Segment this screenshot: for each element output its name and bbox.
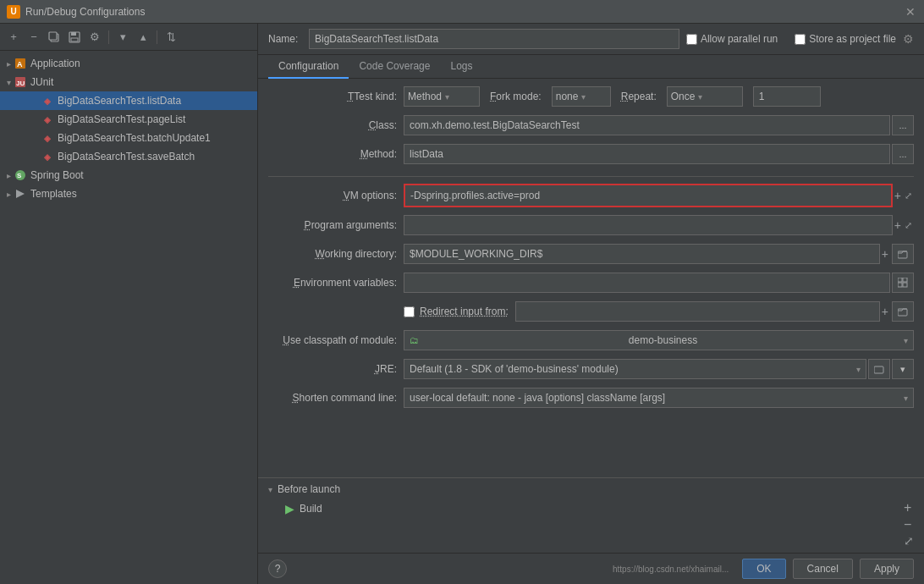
method-icon-savebatch: ◈ xyxy=(41,150,54,163)
repeat-arrow: ▾ xyxy=(698,92,702,102)
tree-item-savebatch[interactable]: ◈ BigDataSearchTest.saveBatch xyxy=(0,147,257,166)
redirect-add-button[interactable]: + xyxy=(880,305,890,318)
tree-item-springboot[interactable]: ▸ S Spring Boot xyxy=(0,166,257,185)
close-button[interactable]: ✕ xyxy=(904,5,917,19)
repeat-select[interactable]: Once ▾ xyxy=(667,86,743,107)
ok-button[interactable]: OK xyxy=(742,559,785,579)
vm-options-add-button[interactable]: + xyxy=(893,189,903,202)
classpath-module-icon: 🗂 xyxy=(410,335,419,345)
before-launch-expand-button[interactable]: ⤢ xyxy=(904,534,914,548)
method-row: Method: ... xyxy=(268,143,914,165)
class-input[interactable] xyxy=(404,115,890,135)
before-launch-content: ▶ Build + − ⤢ xyxy=(268,500,914,548)
method-input[interactable] xyxy=(404,144,890,164)
svg-text:A: A xyxy=(17,60,23,69)
vm-options-container xyxy=(404,184,893,207)
program-args-add-button[interactable]: + xyxy=(893,218,903,232)
program-args-input[interactable] xyxy=(404,215,893,235)
store-project-checkbox[interactable] xyxy=(795,34,806,45)
tab-logs[interactable]: Logs xyxy=(440,55,482,79)
tab-configuration[interactable]: Configuration xyxy=(268,55,349,79)
help-button[interactable]: ? xyxy=(268,559,287,578)
redirect-input-file[interactable] xyxy=(515,301,880,322)
repeat-count-input[interactable] xyxy=(753,86,821,107)
copy-config-button[interactable] xyxy=(46,29,63,46)
tabs-bar: Configuration Code Coverage Logs xyxy=(258,55,924,79)
env-vars-label: Environment variables: xyxy=(268,277,404,289)
tree-item-templates[interactable]: ▸ Templates xyxy=(0,185,257,203)
working-dir-add-button[interactable]: + xyxy=(880,247,890,261)
vm-options-input[interactable] xyxy=(405,185,891,206)
working-dir-browse-button[interactable] xyxy=(892,244,914,264)
test-kind-row: TTest kind: Method ▾ Fork mode: none ▾ xyxy=(268,85,914,107)
before-launch-actions: + − ⤢ xyxy=(904,500,914,548)
program-args-label: Program arguments: xyxy=(268,219,404,231)
sort-button[interactable]: ⇅ xyxy=(162,29,179,46)
shorten-cmd-arrow: ▾ xyxy=(904,394,908,403)
arrow-up-button[interactable]: ▴ xyxy=(135,29,151,46)
test-kind-select[interactable]: Method ▾ xyxy=(404,86,480,107)
redirect-input-checkbox[interactable] xyxy=(404,306,415,317)
application-icon: A xyxy=(14,57,27,70)
gear-icon[interactable]: ⚙ xyxy=(903,32,914,46)
configurations-toolbar: + − ⚙ ▾ ▴ ⇅ xyxy=(0,24,257,51)
classpath-dropdown[interactable]: 🗂 demo-business ▾ xyxy=(404,330,914,350)
allow-parallel-checkbox[interactable] xyxy=(686,34,697,45)
program-args-expand-button[interactable]: ⤢ xyxy=(903,220,914,231)
jre-dropdown[interactable]: Default (1.8 - SDK of 'demo-business' mo… xyxy=(404,359,866,379)
redirect-browse-button[interactable] xyxy=(892,301,914,322)
tab-code-coverage[interactable]: Code Coverage xyxy=(349,55,440,79)
tree-item-listdata[interactable]: ◈ BigDataSearchTest.listData xyxy=(0,91,257,110)
settings-config-button[interactable]: ⚙ xyxy=(86,29,103,46)
build-row[interactable]: ▶ Build xyxy=(282,500,904,517)
vm-options-label: VM options: xyxy=(268,190,404,201)
working-dir-input[interactable] xyxy=(404,244,880,264)
arrow-springboot: ▸ xyxy=(3,170,14,180)
working-dir-label: Working directory: xyxy=(268,248,404,260)
springboot-label: Spring Boot xyxy=(30,169,84,181)
apply-button[interactable]: Apply xyxy=(860,559,914,579)
name-input[interactable] xyxy=(309,29,679,49)
tree-item-junit[interactable]: ▾ JU JUnit xyxy=(0,73,257,91)
fork-mode-label: Fork mode: xyxy=(490,91,542,102)
templates-icon xyxy=(14,187,27,201)
classpath-row: Use classpath of module: 🗂 demo-business… xyxy=(268,329,914,351)
redirect-input-text: Redirect input from: xyxy=(420,306,509,317)
tree-item-application[interactable]: ▸ A Application xyxy=(0,54,257,73)
arrow-listdata xyxy=(34,96,41,106)
before-launch-arrow: ▾ xyxy=(268,485,272,494)
add-config-button[interactable]: + xyxy=(5,29,22,46)
listdata-label: BigDataSearchTest.listData xyxy=(58,95,181,107)
application-label: Application xyxy=(30,58,80,69)
cancel-button[interactable]: Cancel xyxy=(793,559,853,579)
before-launch-add-button[interactable]: + xyxy=(904,500,914,515)
shorten-cmd-dropdown[interactable]: user-local default: none - java [options… xyxy=(404,388,914,408)
before-launch-header[interactable]: ▾ Before launch xyxy=(268,483,914,495)
before-launch-title: Before launch xyxy=(278,483,340,495)
env-vars-browse-button[interactable] xyxy=(892,273,914,293)
class-row: Class: ... xyxy=(268,114,914,136)
class-browse-button[interactable]: ... xyxy=(892,115,914,135)
repeat-label: Repeat: xyxy=(621,91,657,102)
tree-item-pagelist[interactable]: ◈ BigDataSearchTest.pageList xyxy=(0,110,257,129)
jre-browse-button[interactable] xyxy=(868,359,890,379)
method-browse-button[interactable]: ... xyxy=(892,144,914,164)
classpath-label: Use classpath of module: xyxy=(268,334,404,346)
vm-options-expand-button[interactable]: ⤢ xyxy=(903,190,914,201)
svg-rect-14 xyxy=(898,283,902,287)
jre-dropdown-button[interactable]: ▾ xyxy=(892,359,914,379)
fork-mode-arrow: ▾ xyxy=(581,92,586,102)
svg-rect-12 xyxy=(898,278,902,282)
method-icon-batchupdate: ◈ xyxy=(41,131,54,145)
name-row: Name: Allow parallel run Store as projec… xyxy=(258,24,924,55)
save-config-button[interactable] xyxy=(66,29,83,46)
arrow-down-button[interactable]: ▾ xyxy=(114,29,131,46)
arrow-application: ▸ xyxy=(3,58,14,69)
remove-config-button[interactable]: − xyxy=(25,29,42,46)
env-vars-input[interactable] xyxy=(404,273,890,293)
before-launch-remove-button[interactable]: − xyxy=(904,517,914,532)
tree-item-batchupdate[interactable]: ◈ BigDataSearchTest.batchUpdate1 xyxy=(0,129,257,147)
fork-mode-select[interactable]: none ▾ xyxy=(552,86,611,107)
classpath-arrow: ▾ xyxy=(904,336,908,345)
allow-parallel-row: Allow parallel run xyxy=(686,33,778,45)
